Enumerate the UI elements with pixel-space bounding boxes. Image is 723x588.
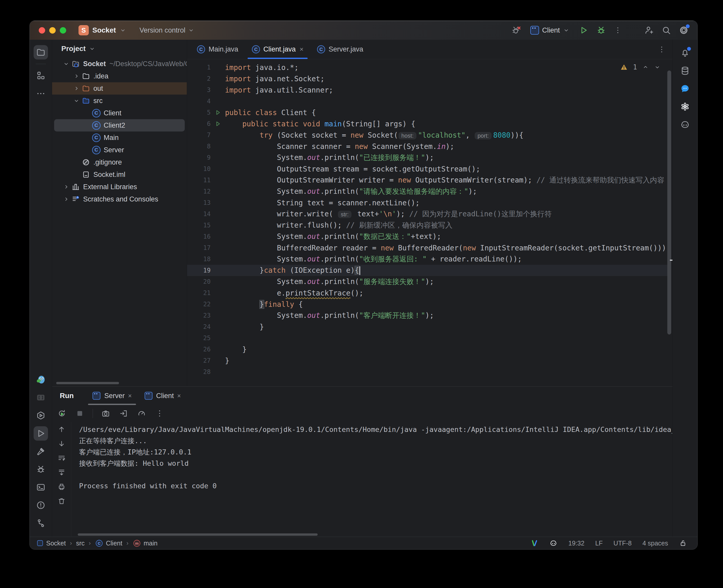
- code-line[interactable]: 1import java.io.*;: [187, 62, 667, 73]
- code-line[interactable]: 6 public static void main(String[] args)…: [187, 118, 667, 129]
- console-tab-server[interactable]: Server×: [86, 386, 138, 405]
- tab-options-icon[interactable]: [658, 45, 666, 54]
- close-tab-icon[interactable]: ×: [177, 392, 181, 400]
- code-line[interactable]: 4: [187, 96, 667, 107]
- console-output[interactable]: /Users/eve/Library/Java/JavaVirtualMachi…: [71, 422, 672, 537]
- code-line[interactable]: 21 e.printStackTrace();: [187, 287, 667, 299]
- run-configuration-selector[interactable]: Client: [530, 26, 569, 35]
- minimize-window-button[interactable]: [49, 27, 56, 34]
- ai-chat-tool-button[interactable]: [678, 82, 692, 96]
- scroll-to-end-button[interactable]: [57, 467, 66, 477]
- notifications-button[interactable]: [678, 46, 692, 60]
- build-tool-button[interactable]: [34, 444, 48, 459]
- version-control-menu[interactable]: Version control: [140, 26, 195, 34]
- code-line[interactable]: 2import java.net.Socket;: [187, 73, 667, 84]
- breadcrumb-item[interactable]: mmain: [133, 539, 158, 547]
- code-line[interactable]: 8 Scanner scanner = new Scanner(System.i…: [187, 141, 667, 152]
- lock-open-icon[interactable]: [679, 539, 687, 547]
- v-plugin-status-icon[interactable]: [530, 539, 539, 547]
- copilot-status-icon[interactable]: [549, 539, 558, 547]
- chevron-down-icon[interactable]: [61, 61, 71, 67]
- clear-console-button[interactable]: [57, 496, 66, 506]
- status-item[interactable]: 19:32: [568, 540, 584, 547]
- tree-item-socket-iml[interactable]: Socket.iml: [52, 168, 187, 181]
- git-tool-button[interactable]: [34, 516, 48, 530]
- code-with-me-icon[interactable]: [644, 25, 654, 35]
- console-horizontal-scrollbar[interactable]: [78, 533, 318, 536]
- console-tab-client[interactable]: Client×: [138, 386, 187, 405]
- code-line[interactable]: 15 writer.flush(); // 刷新缓冲区，确保内容被写入: [187, 220, 667, 231]
- tree-item-socket[interactable]: Socket~/Desktop/CS/JavaWeb/C: [52, 58, 187, 70]
- tree-item-src[interactable]: src: [52, 94, 187, 107]
- code-line[interactable]: 17 BufferedReader reader = new BufferedR…: [187, 242, 667, 253]
- code-line[interactable]: 5public class Client {: [187, 107, 667, 118]
- tree-item-client2[interactable]: CClient2: [54, 119, 185, 131]
- status-item[interactable]: UTF-8: [614, 540, 632, 547]
- code-line[interactable]: 25: [187, 333, 667, 344]
- thread-dump-button[interactable]: [101, 408, 111, 419]
- debug-button[interactable]: [596, 25, 606, 35]
- mute-breakpoints-bug-icon[interactable]: [511, 25, 521, 35]
- tree-item-server[interactable]: CServer: [52, 144, 187, 156]
- structure-tool-button[interactable]: [34, 68, 48, 83]
- code-line[interactable]: 16 System.out.println("数据已发送："+text);: [187, 231, 667, 242]
- tree-item--gitignore[interactable]: .gitignore: [52, 156, 187, 168]
- problems-tool-button[interactable]: [34, 498, 48, 512]
- tree-item-client[interactable]: CClient: [52, 107, 187, 119]
- more-tool-windows-button[interactable]: [34, 86, 48, 101]
- code-line[interactable]: 14 writer.write( str: text+'\n'); // 因为对…: [187, 208, 667, 220]
- chevron-down-icon[interactable]: [654, 64, 661, 70]
- code-line[interactable]: 24 }: [187, 321, 667, 333]
- brackets-plugin-tool-button[interactable]: [34, 391, 48, 405]
- code-line[interactable]: 13 String text = scanner.nextLine();: [187, 197, 667, 208]
- chevron-up-icon[interactable]: [642, 64, 649, 70]
- code-line[interactable]: 19 }catch (IOException e){: [187, 265, 667, 276]
- code-line[interactable]: 18 System.out.println("收到服务器返回: " + read…: [187, 253, 667, 265]
- profiler-button[interactable]: [137, 408, 147, 419]
- code-line[interactable]: 9 System.out.println("已连接到服务端！");: [187, 152, 667, 163]
- breadcrumb-item[interactable]: Socket: [36, 540, 66, 547]
- down-stacktrace-button[interactable]: [57, 439, 66, 448]
- tree-item-out[interactable]: out: [52, 82, 187, 94]
- editor-tab[interactable]: CMain.java: [190, 40, 245, 59]
- search-everywhere-icon[interactable]: [661, 25, 671, 35]
- close-tab-icon[interactable]: ×: [300, 45, 303, 53]
- chevron-down-icon[interactable]: [71, 98, 82, 104]
- soft-wrap-button[interactable]: [57, 453, 66, 463]
- project-tool-button[interactable]: [34, 45, 48, 60]
- status-item[interactable]: LF: [595, 540, 603, 547]
- stop-button[interactable]: [75, 408, 85, 419]
- code-line[interactable]: 7 try (Socket socket = new Socket(host:"…: [187, 129, 667, 141]
- code-line[interactable]: 23 System.out.println("客户端断开连接！");: [187, 310, 667, 321]
- status-item[interactable]: 4 spaces: [642, 540, 668, 547]
- more-actions-icon[interactable]: [614, 26, 622, 34]
- database-tool-button[interactable]: [678, 64, 692, 78]
- run-button[interactable]: [579, 25, 588, 35]
- code-line[interactable]: 11 OutputStreamWriter writer = new Outpu…: [187, 174, 667, 186]
- code-editor[interactable]: 1import java.io.*;2import java.net.Socke…: [187, 59, 672, 386]
- rerun-button[interactable]: [57, 408, 67, 419]
- code-line[interactable]: 12 System.out.println("请输入要发送给服务端的内容：");: [187, 186, 667, 197]
- settings-gear-icon[interactable]: [679, 25, 689, 35]
- chevron-right-icon[interactable]: [61, 196, 71, 203]
- project-widget[interactable]: S Socket: [79, 25, 126, 35]
- editor-tab[interactable]: CServer.java: [310, 40, 370, 59]
- openai-tool-button[interactable]: [678, 100, 692, 114]
- code-line[interactable]: 27}: [187, 355, 667, 366]
- code-line[interactable]: 28: [187, 366, 667, 378]
- editor-vertical-scrollbar[interactable]: [667, 70, 671, 335]
- inspections-widget[interactable]: 1: [620, 63, 661, 71]
- terminal-tool-button[interactable]: [34, 480, 48, 495]
- run-line-icon[interactable]: [210, 121, 225, 127]
- breadcrumb-item[interactable]: src: [76, 540, 84, 547]
- project-panel-header[interactable]: Project: [52, 40, 187, 58]
- chevron-right-icon[interactable]: [71, 73, 82, 80]
- close-window-button[interactable]: [39, 27, 45, 34]
- up-stacktrace-button[interactable]: [57, 424, 66, 434]
- print-button[interactable]: [57, 482, 66, 491]
- tree-item-external-libraries[interactable]: External Libraries: [52, 181, 187, 193]
- services-tool-button[interactable]: [34, 408, 48, 423]
- code-line[interactable]: 22 }finally {: [187, 299, 667, 310]
- debug-tool-button[interactable]: [34, 462, 48, 477]
- run-line-icon[interactable]: [210, 109, 225, 116]
